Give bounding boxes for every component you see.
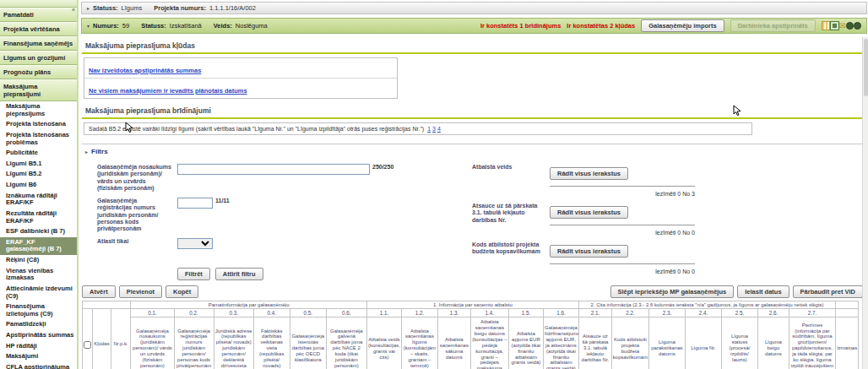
filter-header[interactable]: ▸ Filtrs	[82, 144, 863, 155]
warning-links: 134	[426, 126, 441, 132]
columns-icon[interactable]	[822, 21, 830, 30]
sidebar-item[interactable]: Apstiprinātās summas	[0, 330, 77, 341]
sidebar-item[interactable]: Vienas vienības izmaksas	[0, 266, 77, 284]
sidebar-section[interactable]: Pamatdati	[0, 8, 77, 22]
sidebar-section[interactable]: Projekta vērtēšana	[0, 22, 77, 36]
filter-expand-icon[interactable]: ▸	[85, 149, 88, 155]
column-description-header: Līguma statuss (procesā/ izpildīts/ lauz…	[721, 317, 757, 369]
sidebar-item[interactable]: Maksājuma pieprasījums	[0, 101, 77, 119]
collapse-all-icon[interactable]	[846, 22, 854, 30]
request-number-label: Numurs:	[93, 22, 119, 30]
toolbar-icons: ✉	[822, 21, 861, 30]
request-number-value: 59	[122, 22, 129, 30]
filter-group-controls: Rādīt visus ierakstusIezīmēti 0 No 3	[550, 164, 695, 203]
hide-previous-mp-button[interactable]: Slēpt iepriekšējo MP galasaņēmējus	[610, 285, 735, 298]
sidebar-item[interactable]: Attiecināmie izdevumi (C9)	[0, 284, 77, 301]
column-description-header: Piezīmes (informācija par sūdzībām, līgu…	[789, 317, 835, 369]
sidebar-item[interactable]: Projekta īstenošanas problēmas	[0, 130, 77, 148]
sidebar-item[interactable]: Rezultāta rādītāji ERAF/KF	[0, 209, 77, 226]
project-status-label: Statuss:	[93, 4, 118, 12]
sidebar-sections: PamatdatiProjekta vērtēšanaFinansējuma s…	[0, 8, 77, 101]
sidebar-item[interactable]: ESF dalībnieki (B 7)	[0, 226, 77, 237]
sidebar-section[interactable]: Maksājuma pieprasījumi	[0, 79, 77, 101]
recipient-name-label: Galasaņēmēja nosaukums (juridiskām perso…	[97, 164, 177, 192]
section-divider	[82, 52, 863, 54]
warning-link[interactable]: 3	[432, 126, 436, 132]
column-number-header: 1.6.	[543, 309, 578, 317]
sidebar-collapse-icon[interactable]: «	[72, 7, 77, 13]
sidebar-item[interactable]: Publicitāte	[0, 148, 77, 159]
employee-approved-button: Darbinieka apstiprināts	[730, 19, 816, 32]
action-row-right: Slēpt iepriekšējo MP galasaņēmējus Ielas…	[610, 285, 863, 298]
filter-form: Galasaņēmēja nosaukums (juridiskām perso…	[82, 164, 863, 280]
sidebar-item[interactable]: Projekta īstenošana	[0, 119, 77, 130]
copy-button[interactable]: Kopēt	[165, 285, 198, 298]
main-panel: ▸ Statuss: Līgums Projekta numurs: 1.1.1…	[80, 0, 868, 369]
load-data-button[interactable]: Ielasīt datus	[737, 285, 789, 298]
add-button[interactable]: Pievienot	[119, 285, 162, 298]
sidebar-item[interactable]: CFLA apstiprinājuma dokumenti	[0, 362, 77, 369]
select-only-dropdown[interactable]	[177, 238, 213, 249]
payment-request-bar[interactable]: ▾ Numurs: 59 Statuss: Izskatīšanā Veids:…	[81, 18, 867, 34]
recipient-name-input[interactable]	[177, 164, 370, 175]
sidebar-item-selected[interactable]: ERAF_KF galasaņēmēji (B 7)	[0, 237, 77, 255]
grid-icon[interactable]	[830, 21, 839, 30]
sidebar-item[interactable]: Līgumi B5.1	[0, 159, 77, 170]
clear-filter-button[interactable]: Attīrīt filtru	[215, 268, 263, 280]
sidebar-item[interactable]: Līgumi B5.2	[0, 169, 77, 180]
column-description-header: Galasaņēmēja līdzfinansējuma apjoms EUR,…	[543, 317, 578, 369]
filter-group-label: Atbalsta veids	[472, 164, 550, 203]
mail-icon[interactable]: ✉	[839, 22, 846, 30]
expand-all-icon[interactable]	[854, 22, 861, 30]
collapse-arrow-icon[interactable]: ▾	[87, 23, 90, 29]
vertical-scrollbar[interactable]	[862, 37, 868, 369]
warning-text: Sadaļā B5.2 eksistē vairāki līdzīgi līgu…	[89, 126, 424, 132]
sidebar-section[interactable]: Finansējuma saņēmējs	[0, 36, 77, 51]
warning-link[interactable]: 1	[427, 126, 431, 132]
project-status-bar[interactable]: ▸ Statuss: Līgums Projekta numurs: 1.1.1…	[81, 2, 867, 14]
column-number-header: 0.1.	[131, 309, 174, 317]
filter-group-list-divider	[550, 225, 695, 225]
import-recipients-button[interactable]: Galasaņēmēju imports	[641, 19, 724, 32]
sidebar-item[interactable]: Līgumi B6	[0, 180, 77, 191]
filter-title: Filtrs	[91, 148, 108, 155]
project-status-value: Līgums	[122, 4, 143, 12]
show-all-records-button[interactable]: Rādīt visus ierakstus	[550, 167, 628, 180]
filter-button[interactable]: Filtrēt	[177, 268, 210, 280]
sidebar-item[interactable]: HP rādītāji	[0, 341, 77, 352]
sidebar-item[interactable]: Iznākuma rādītāji ERAF/KF	[0, 191, 77, 209]
warning-link[interactable]: 4	[437, 126, 441, 132]
scrollbar-thumb[interactable]	[864, 39, 868, 96]
column-description-header: Atbalsta veids (konsultācijas, grants va…	[366, 317, 401, 369]
sidebar-item[interactable]: Finansējuma izlietojums (C9)	[0, 301, 77, 319]
sidebar-section[interactable]: Līgums un grozījumi	[0, 51, 77, 65]
recipients-table: Pamatinformācija par galasaņēmēju1. Info…	[82, 301, 859, 369]
sidebar-item[interactable]: Pamatlīdzekļi	[0, 319, 77, 330]
show-all-records-button[interactable]: Rādīt visus ierakstus	[550, 206, 628, 219]
column-number-header: 2.2.	[611, 309, 648, 317]
filter-group-label: Atsauce uz šā pārskata 3.1. tabulā iekļa…	[472, 203, 550, 241]
column-number-header: 2.6.	[757, 309, 789, 317]
select-all-header	[83, 309, 93, 369]
select-all-checkbox[interactable]	[84, 341, 91, 349]
show-all-records-button[interactable]: Rādīt visus ierakstus	[550, 245, 628, 258]
column-number-header: 2.7.	[789, 309, 835, 317]
expand-arrow-icon[interactable]: ▸	[87, 5, 90, 11]
error-link[interactable]: Nav izveidotas apstiprinātās summas	[89, 67, 201, 74]
open-button[interactable]: Atvērt	[82, 285, 116, 298]
errors-column-header: Kļūdas	[93, 309, 111, 369]
filter-left-column: Galasaņēmēja nosaukums (juridiskām perso…	[97, 164, 411, 280]
column-description-header: Faktiskās darbības veikšanas vieta (repu…	[253, 317, 290, 369]
project-number-value: 1.1.1.1/16/A/002	[209, 4, 256, 12]
action-row: Atvērt Pievienot Kopēt Slēpt iepriekšējo…	[82, 285, 863, 298]
sidebar-item[interactable]: Maksājumi	[0, 351, 77, 362]
check-vid-button[interactable]: Pārbaudīt pret VID	[793, 285, 863, 298]
recipient-reg-input[interactable]	[177, 198, 213, 209]
request-type-label: Veids:	[214, 22, 232, 30]
section-divider	[82, 117, 863, 119]
sidebar-section[interactable]: Prognožu plāns	[0, 65, 77, 79]
error-link[interactable]: Ne visiem maksājumiem ir ievadīts plānot…	[89, 87, 247, 95]
sidebar-item[interactable]: Rēķini (C8)	[0, 255, 77, 266]
column-description-header: Līguma parakstīšanas datums	[648, 317, 685, 369]
recipient-name-row: Galasaņēmēja nosaukums (juridiskām perso…	[97, 164, 411, 192]
